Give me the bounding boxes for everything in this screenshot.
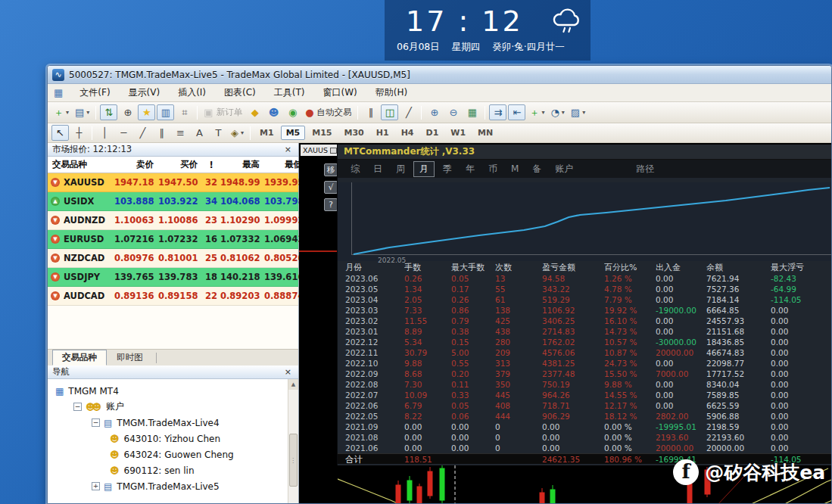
indicators-button[interactable]: ＋▾ — [527, 104, 547, 120]
titlebar[interactable]: ∿ 5000527: TMGM.TradeMax-Live5 - TradeMa… — [48, 66, 831, 84]
timeframe-w1-button[interactable]: W1 — [445, 126, 471, 140]
overlay-button-0[interactable]: 移 — [324, 163, 338, 176]
scripts-button[interactable]: ◆ — [246, 104, 263, 120]
menubar-items: 文件(F)显示(V)插入(I)图表(C)工具(T)窗口(W)帮助(H) — [70, 84, 416, 101]
mtc-tab-月[interactable]: 月 — [413, 161, 435, 177]
market-watch-row[interactable]: ▼NZDCAD0.809760.81001250.810620.80520 — [48, 249, 298, 268]
menu-item[interactable]: 工具(T) — [265, 84, 314, 101]
mtc-tab-备[interactable]: 备 — [527, 162, 547, 176]
market-watch-column-header[interactable]: 卖价 — [114, 159, 158, 170]
timeframe-m15-button[interactable]: M15 — [307, 126, 337, 140]
auto-scroll-button[interactable]: ⇉ — [489, 104, 506, 120]
market-watch-column-header[interactable]: 交易品种 — [48, 159, 114, 170]
market-watch-row[interactable]: ▲USIDX103.888103.92234104.068103.798 — [48, 192, 298, 211]
trendline-button[interactable]: ╱ — [134, 125, 151, 141]
expander-minus-icon[interactable]: − — [92, 418, 100, 427]
restore-window-icon[interactable] — [330, 148, 337, 154]
timeframe-h4-button[interactable]: H4 — [396, 126, 419, 140]
market-watch-column-header[interactable]: 买价 — [158, 159, 202, 170]
mtc-path-button[interactable]: 路径 — [630, 162, 660, 176]
tree-item[interactable]: ▦TMGM MT4 — [48, 383, 298, 399]
zoom-in-button[interactable]: ⊕ — [425, 104, 443, 120]
templates-button[interactable]: ▨▾ — [569, 104, 587, 120]
mtc-tab-币[interactable]: 币 — [483, 162, 503, 176]
menu-item[interactable]: 帮助(H) — [366, 84, 416, 101]
new-chart-button[interactable]: ＋▾ — [51, 104, 71, 120]
market-watch-row[interactable]: ▼EURUSD1.072161.07232161.073321.06943 — [48, 230, 298, 249]
tree-item[interactable]: −▤TMGM.TradeMax-Live4 — [48, 415, 298, 431]
autotrading-button[interactable]: ●自动交易 — [303, 104, 354, 120]
market-watch-column-header[interactable]: ! — [202, 160, 220, 170]
close-icon[interactable]: × — [282, 367, 294, 377]
chart-symbol-tab[interactable]: XAUUS — [301, 145, 339, 156]
horizontal-line-button[interactable]: ─ — [115, 125, 132, 141]
shapes-button[interactable]: ◈▾ — [229, 125, 246, 141]
menu-item[interactable]: 插入(I) — [169, 84, 215, 101]
timeframe-m5-button[interactable]: M5 — [281, 126, 306, 140]
expander-minus-icon[interactable]: − — [73, 403, 82, 411]
timeframe-m30-button[interactable]: M30 — [339, 126, 369, 140]
mtc-tab-周[interactable]: 周 — [391, 162, 410, 176]
mtc-tab-综[interactable]: 综 — [345, 162, 365, 176]
scroll-up-arrow-icon[interactable]: ▲ — [288, 379, 298, 390]
menu-item[interactable]: 图表(C) — [215, 84, 265, 101]
market-watch-rows: ▼XAUUSD1947.181947.50321948.991939.95▲US… — [48, 173, 298, 306]
market-watch-tab[interactable]: 即时图 — [107, 350, 153, 366]
favorites-button[interactable]: ★ — [138, 104, 155, 120]
crosshair-circle-button[interactable]: ⊕ — [119, 104, 136, 120]
periods-button[interactable]: ◔▾ — [548, 104, 566, 120]
dropdown-arrow-icon: ▾ — [241, 129, 244, 136]
overlay-button-1[interactable]: √ — [324, 181, 338, 194]
market-watch-toggle-button[interactable]: ▥ — [157, 104, 174, 120]
close-icon[interactable]: × — [282, 145, 294, 154]
mtc-tab-M[interactable]: M — [506, 163, 524, 175]
mtc-tab-年[interactable]: 年 — [460, 162, 480, 176]
tree-item[interactable]: ☻643024: Guowen Cheng — [48, 446, 298, 462]
timeframe-mn-button[interactable]: MN — [472, 126, 498, 140]
navigator-scrollbar[interactable]: ▲ ⋮ — [288, 379, 298, 503]
market-watch-row[interactable]: ▼USDJPY139.765139.78318140.218139.616 — [48, 268, 298, 287]
text-button[interactable]: A — [191, 125, 208, 141]
timeframe-h1-button[interactable]: H1 — [371, 126, 394, 140]
signals-button[interactable]: ◉ — [284, 104, 301, 120]
menu-item[interactable]: 文件(F) — [70, 84, 119, 101]
stats-cell: 0.79 — [451, 316, 495, 326]
stats-cell: 0.00 — [656, 326, 706, 337]
line-chart-button[interactable]: ╱ — [400, 104, 417, 120]
menu-item[interactable]: 窗口(W) — [314, 84, 366, 101]
crosshair-tool-button[interactable]: ┼ — [70, 125, 88, 141]
vertical-line-button[interactable]: │ — [96, 125, 114, 141]
tree-item[interactable]: ☻643010: Yizhou Chen — [48, 431, 298, 446]
channel-button[interactable]: ∥ — [153, 125, 170, 141]
tile-windows-button[interactable]: ▦ — [463, 104, 481, 120]
mtc-tab-账户[interactable]: 账户 — [550, 162, 578, 176]
expander-plus-icon[interactable]: + — [92, 482, 100, 490]
data-window-button[interactable]: ⌗ — [176, 104, 193, 120]
cursor-button[interactable]: ↖ — [51, 125, 69, 141]
market-watch-row[interactable]: ▼AUDCAD0.891360.89158220.892030.88874 — [48, 287, 298, 306]
zoom-out-button[interactable]: ⊖ — [444, 104, 462, 120]
chart-shift-button[interactable]: ⇤ — [508, 104, 525, 120]
timeframe-d1-button[interactable]: D1 — [421, 126, 444, 140]
experts-button[interactable]: ☻ — [265, 104, 282, 120]
market-watch-tab[interactable]: 交易品种 — [52, 350, 107, 366]
menu-item[interactable]: 显示(V) — [120, 84, 170, 101]
mtc-tab-季[interactable]: 季 — [438, 162, 457, 176]
tree-item[interactable]: −☻☻账户 — [48, 399, 298, 415]
chart-stack-button[interactable]: ⇅ — [100, 104, 117, 120]
market-watch-column-header[interactable]: 最高 — [220, 159, 264, 170]
overlay-button-2[interactable]: ? — [324, 198, 338, 211]
market-watch-row[interactable]: ▼XAUUSD1947.181947.50321948.991939.95 — [48, 173, 298, 192]
bar-chart-button[interactable]: ‖ — [362, 104, 379, 120]
fibonacci-button[interactable]: ≡ — [172, 125, 189, 141]
text-label-button[interactable]: T — [210, 125, 227, 141]
tree-item[interactable]: ☻690112: sen lin — [48, 462, 298, 478]
market-watch-row[interactable]: ▼AUDNZD1.100631.10086231.102901.09992 — [48, 211, 298, 230]
timeframe-m1-button[interactable]: M1 — [254, 126, 279, 140]
candle-chart-button[interactable]: ◫ — [381, 104, 398, 120]
profiles-button[interactable]: ▤▾ — [73, 104, 92, 120]
stats-cell: 1762.02 — [542, 337, 604, 347]
tree-item[interactable]: +▤TMGM.TradeMax-Live5 — [48, 478, 298, 494]
scrollbar-thumb[interactable]: ⋮ — [289, 434, 298, 487]
mtc-tab-日[interactable]: 日 — [368, 162, 388, 176]
